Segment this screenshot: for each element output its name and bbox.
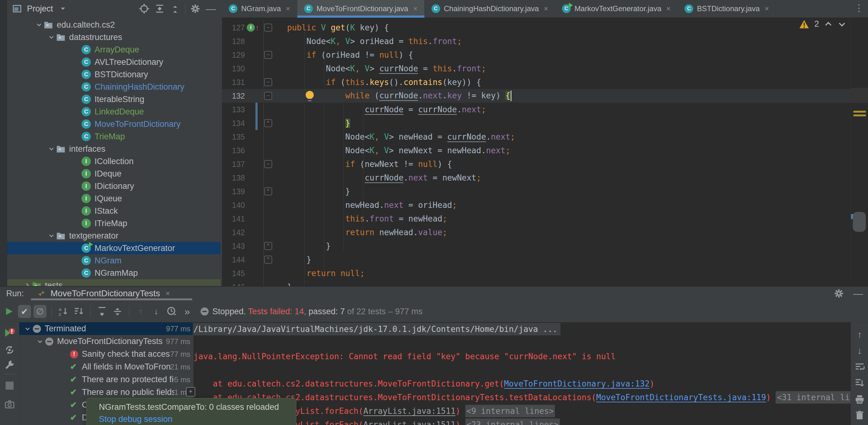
fold-start-icon[interactable]: – <box>264 160 272 168</box>
run-configuration-tab[interactable]: MoveToFrontDictionaryTests × <box>37 288 170 299</box>
close-icon[interactable]: × <box>165 289 170 298</box>
test-row[interactable]: Terminated977 ms <box>19 322 193 335</box>
clear-trash-icon[interactable] <box>854 409 866 422</box>
test-row[interactable]: ✔There are no public fields1 ms <box>19 386 193 399</box>
fold-start-icon[interactable]: – <box>264 24 272 32</box>
sort-by-duration-icon[interactable] <box>72 305 85 318</box>
intention-lightbulb-icon[interactable] <box>306 91 314 99</box>
next-failed-test-icon[interactable]: ↓ <box>150 305 163 318</box>
close-icon[interactable]: × <box>666 4 671 13</box>
project-tree-item-movetofrontdictionary[interactable]: CMoveToFrontDictionary <box>7 118 221 130</box>
project-tree-item-interfaces[interactable]: interfaces <box>7 143 221 155</box>
project-tool-window-icon[interactable] <box>11 3 23 14</box>
expand-all-icon[interactable] <box>95 305 108 318</box>
more-tabs-icon[interactable]: ⋮ <box>855 2 864 13</box>
up-stack-trace-icon[interactable]: ↑ <box>854 329 866 341</box>
editor-tab-ChainingHashDictionary.java[interactable]: CChainingHashDictionary.java× <box>425 0 555 18</box>
wrench-icon[interactable] <box>3 358 16 371</box>
chevron-down-icon[interactable] <box>35 21 43 29</box>
project-tree-item-iterablestring[interactable]: CIterableString <box>7 93 221 106</box>
print-icon[interactable] <box>854 393 866 405</box>
editor-scrollbar[interactable] <box>850 18 868 286</box>
editor-tab-MarkovTextGenerator.java[interactable]: CMarkovTextGenerator.java× <box>555 0 678 18</box>
rerun-automatically-icon[interactable] <box>3 343 16 357</box>
test-row[interactable]: ✔All fields in MoveToFrontD21 ms <box>19 361 193 373</box>
close-icon[interactable]: × <box>286 4 290 13</box>
fold-start-icon[interactable]: – <box>264 78 272 86</box>
close-icon[interactable]: × <box>544 4 548 13</box>
project-tree-item-markovtextgenerator[interactable]: CMarkovTextGenerator <box>7 242 221 254</box>
project-tree-item-ideque[interactable]: IIDeque <box>7 168 221 180</box>
project-tree-item-tests[interactable]: tests <box>7 279 221 286</box>
test-row[interactable]: MoveToFrontDictionaryTests977 ms <box>19 335 193 348</box>
editor-tab-NGram.java[interactable]: CNGram.java× <box>222 0 297 18</box>
project-tree-item-textgenerator[interactable]: textgenerator <box>7 230 221 242</box>
project-tree-item-itriemap[interactable]: IITrieMap <box>7 217 221 230</box>
implementing-method-icon[interactable]: I <box>247 24 255 32</box>
warning-stripe-mark[interactable] <box>854 114 866 116</box>
stack-trace-link[interactable]: ArrayList.java:1511 <box>363 406 455 416</box>
collapse-all-icon[interactable] <box>111 305 124 318</box>
test-row[interactable]: ✔There are no protected fie5 ms <box>19 373 193 386</box>
previous-failed-test-icon[interactable]: ↑ <box>134 305 147 318</box>
stack-trace-link[interactable]: MoveToFrontDictionary.java:132 <box>504 379 650 388</box>
project-tree-item-idictionary[interactable]: IIDictionary <box>7 180 221 192</box>
scroll-to-end-icon[interactable] <box>854 377 866 389</box>
fold-end-icon[interactable]: ^ <box>264 188 272 195</box>
show-passed-icon[interactable]: ✔ <box>18 305 31 318</box>
sort-alphabetically-icon[interactable]: az <box>57 305 70 318</box>
project-tree-item-edu.caltech.cs2[interactable]: edu.caltech.cs2 <box>7 19 221 31</box>
more-actions-icon[interactable]: » <box>181 305 194 318</box>
warning-stripe-mark[interactable] <box>854 111 866 113</box>
project-tree-item-avltreedictionary[interactable]: CAVLTreeDictionary <box>7 56 221 68</box>
stop-debug-session-link[interactable]: Stop debug session <box>99 413 296 425</box>
editor-tab-BSTDictionary.java[interactable]: CBSTDictionary.java× <box>678 0 776 18</box>
project-tree-item-ngram[interactable]: CNGram <box>7 254 221 267</box>
close-icon[interactable]: × <box>413 4 417 13</box>
stack-trace-link[interactable]: MoveToFrontDictionaryTests.java:119 <box>596 393 766 402</box>
chevron-right-icon[interactable] <box>24 282 31 286</box>
chevron-down-icon[interactable] <box>24 325 31 333</box>
project-tree-item-istack[interactable]: IIStack <box>7 205 221 217</box>
down-stack-trace-icon[interactable]: ↓ <box>854 345 866 357</box>
next-warning-icon[interactable] <box>838 20 846 29</box>
expand-fold-icon[interactable]: + <box>186 387 195 396</box>
fold-start-icon[interactable]: – <box>264 51 272 59</box>
project-tree-item-datastructures[interactable]: datastructures <box>7 31 221 44</box>
project-panel-title[interactable]: Project <box>27 4 53 13</box>
fold-end-icon[interactable]: ^ <box>264 242 272 250</box>
stop-icon[interactable] <box>3 379 16 392</box>
show-ignored-icon[interactable]: ∅ <box>33 305 46 318</box>
chevron-down-icon[interactable] <box>48 33 55 41</box>
project-tree-item-triemap[interactable]: CTrieMap <box>7 130 221 143</box>
soft-wrap-icon[interactable] <box>854 361 866 373</box>
project-tree-item-bstdictionary[interactable]: CBSTDictionary <box>7 68 221 81</box>
project-tree-item-iqueue[interactable]: IIQueue <box>7 192 221 205</box>
test-history-clock-icon[interactable] <box>165 305 178 318</box>
chevron-down-icon[interactable] <box>48 232 55 239</box>
close-icon[interactable]: × <box>765 4 769 13</box>
fold-end-icon[interactable]: ^ <box>264 119 272 127</box>
hide-panel-icon[interactable]: — <box>852 288 864 299</box>
test-row[interactable]: !Sanity check that accessing77 ms <box>19 348 193 361</box>
rerun-tests-icon[interactable] <box>2 305 16 318</box>
chevron-down-icon[interactable] <box>36 338 44 345</box>
chevron-down-icon[interactable] <box>57 3 68 14</box>
settings-gear-icon[interactable] <box>190 3 201 14</box>
project-tree-item-ngrammap[interactable]: CNGramMap <box>7 267 221 279</box>
rerun-failed-tests-icon[interactable] <box>3 327 16 339</box>
fold-end-icon[interactable]: ^ <box>264 256 272 264</box>
chevron-down-icon[interactable] <box>48 145 55 152</box>
previous-warning-icon[interactable] <box>824 20 833 29</box>
inspections-widget[interactable]: 2 <box>799 19 846 29</box>
project-tree-item-linkeddeque[interactable]: CLinkedDeque <box>7 106 221 118</box>
collapse-all-icon[interactable] <box>169 3 181 14</box>
project-tree-item-chaininghashdictionary[interactable]: CChainingHashDictionary <box>7 81 221 93</box>
locate-icon[interactable] <box>138 3 150 14</box>
expand-all-icon[interactable] <box>154 3 165 14</box>
fold-start-icon[interactable]: – <box>264 92 272 100</box>
thread-dump-camera-icon[interactable] <box>3 398 16 411</box>
hide-panel-icon[interactable]: — <box>205 3 216 14</box>
settings-gear-icon[interactable] <box>833 288 844 299</box>
editor-tab-MoveToFrontDictionary.java[interactable]: CMoveToFrontDictionary.java× <box>297 0 425 18</box>
